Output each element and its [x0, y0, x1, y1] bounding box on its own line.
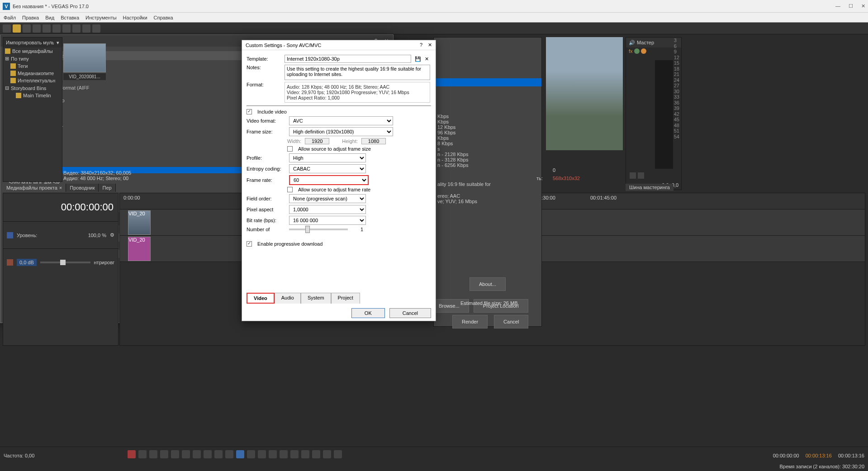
tb-new-icon[interactable] — [3, 24, 11, 33]
collapse-icon[interactable]: ⊟ — [5, 85, 9, 91]
notes-textarea[interactable] — [285, 65, 430, 80]
master-bus-tab[interactable]: Шина мастеринга — [626, 184, 674, 191]
meter-btn2-icon[interactable] — [638, 172, 644, 179]
pixel-aspect-select[interactable]: 1,0000 — [289, 205, 366, 214]
bus-icon[interactable] — [641, 48, 646, 54]
snap-icon[interactable] — [290, 450, 299, 458]
zoom-icon[interactable] — [269, 450, 277, 458]
tab-explorer[interactable]: Проводник — [66, 184, 99, 192]
about-button[interactable]: About... — [470, 277, 506, 291]
delete-template-icon[interactable]: ✕ — [425, 56, 429, 62]
rate-item[interactable]: Kbps — [437, 114, 538, 119]
tree-storyboard[interactable]: ⊟Storyboard Bins — [3, 84, 62, 92]
stop-icon[interactable] — [182, 450, 190, 458]
width-input[interactable] — [305, 138, 329, 144]
menu-file[interactable]: Файл — [4, 15, 16, 20]
minimize-icon[interactable]: — — [835, 3, 840, 9]
dropdown-icon[interactable]: ▾ — [57, 40, 59, 46]
go-end-icon[interactable] — [204, 450, 212, 458]
bit-rate-select[interactable]: 16 000 000 — [289, 216, 366, 225]
allow-source-size-checkbox[interactable] — [287, 146, 293, 152]
rate-item[interactable]: n - 6256 Kbps — [437, 162, 538, 168]
loop-icon[interactable] — [138, 450, 147, 458]
tb-render-icon[interactable] — [33, 24, 41, 33]
rate-item[interactable]: Kbps — [437, 135, 538, 141]
tab-audio[interactable]: Audio — [275, 293, 301, 304]
video-clip[interactable]: VID_20 — [128, 210, 151, 235]
ok-button[interactable]: OK — [351, 308, 385, 318]
rate-item[interactable]: 8 Kbps — [437, 141, 538, 146]
profile-select[interactable]: High — [289, 153, 366, 162]
menu-settings[interactable]: Настройки — [123, 15, 147, 20]
tb-undo-icon[interactable] — [82, 24, 90, 33]
allow-source-rate-checkbox[interactable] — [287, 187, 293, 192]
help-icon[interactable]: ? — [420, 42, 422, 48]
meter-btn1-icon[interactable] — [630, 172, 636, 179]
tab-project-media[interactable]: Медиафайлы проекта× — [3, 184, 66, 192]
tb-redo-icon[interactable] — [92, 24, 100, 33]
progressive-download-checkbox[interactable] — [247, 241, 252, 247]
tree-smart[interactable]: Интеллектуальн — [3, 77, 62, 84]
number-of-slider[interactable] — [289, 228, 348, 230]
ripple-icon[interactable] — [312, 450, 320, 458]
field-order-select[interactable]: None (progressive scan) — [289, 194, 366, 203]
rate-item[interactable]: n - 2128 Kbps — [437, 152, 538, 157]
tb-copy-icon[interactable] — [62, 24, 71, 33]
maximize-icon[interactable]: ☐ — [849, 3, 853, 9]
insert-fx-icon[interactable] — [634, 48, 640, 54]
menu-insert[interactable]: Вставка — [61, 15, 79, 20]
rate-item[interactable]: 96 Kbps — [437, 130, 538, 135]
tb-cut-icon[interactable] — [52, 24, 61, 33]
volume-slider[interactable] — [40, 262, 90, 263]
close-icon[interactable]: ✕ — [861, 3, 865, 9]
tb-props-icon[interactable] — [43, 24, 51, 33]
tree-main-timeline[interactable]: Main Timelin — [3, 92, 62, 99]
tree-by-type[interactable]: ⊞По типу — [3, 55, 62, 62]
cancel-button[interactable]: Cancel — [389, 308, 431, 318]
tab-transitions[interactable]: Пер — [99, 184, 115, 192]
tb-paste-icon[interactable] — [72, 24, 81, 33]
track-audio-icon[interactable] — [7, 259, 13, 266]
prev-frame-icon[interactable] — [214, 450, 223, 458]
play-icon[interactable] — [160, 450, 168, 458]
expand-icon[interactable]: ⊞ — [5, 56, 9, 62]
record-icon[interactable] — [128, 450, 136, 458]
menu-edit[interactable]: Правка — [22, 15, 39, 20]
tree-storage[interactable]: Медианакопите — [3, 70, 62, 77]
rate-item[interactable]: 12 Kbps — [437, 124, 538, 130]
frame-rate-select[interactable]: 60 — [289, 175, 369, 185]
menu-view[interactable]: Вид — [45, 15, 54, 20]
tab-video[interactable]: Video — [247, 293, 275, 304]
pause-icon[interactable] — [171, 450, 179, 458]
go-start-icon[interactable] — [193, 450, 201, 458]
menu-tools[interactable]: Инструменты — [85, 15, 117, 20]
tab-close-icon[interactable]: × — [59, 185, 62, 190]
media-thumbnail[interactable] — [63, 43, 106, 72]
height-input[interactable] — [361, 138, 386, 144]
render-button[interactable]: Render — [452, 315, 488, 328]
marker-icon[interactable] — [301, 450, 309, 458]
autocross-icon[interactable] — [323, 450, 331, 458]
tab-project[interactable]: Project — [331, 293, 360, 304]
dialog-close-icon[interactable]: ✕ — [428, 42, 432, 48]
tb-save-icon[interactable] — [23, 24, 31, 33]
play-start-icon[interactable] — [149, 450, 157, 458]
save-template-icon[interactable]: 💾 — [415, 56, 421, 62]
track-video-icon[interactable] — [7, 232, 13, 238]
fx-icon[interactable]: fx — [629, 48, 633, 54]
menu-help[interactable]: Справка — [154, 15, 173, 20]
cancel-render-button[interactable]: Cancel — [494, 315, 528, 328]
rate-item[interactable]: Kbps — [437, 119, 538, 124]
import-media-label[interactable]: Импортировать мультимедиа... — [6, 40, 54, 45]
select-icon[interactable] — [258, 450, 266, 458]
rate-item[interactable]: s — [437, 146, 538, 152]
next-frame-icon[interactable] — [225, 450, 233, 458]
entropy-select[interactable]: CABAC — [289, 164, 366, 173]
track-fx-icon[interactable]: ⚙ — [110, 232, 114, 238]
split-icon[interactable] — [280, 450, 288, 458]
normal-edit-icon[interactable] — [236, 450, 244, 458]
template-select[interactable] — [285, 55, 411, 63]
include-video-checkbox[interactable] — [247, 109, 252, 114]
tb-open-icon[interactable] — [13, 24, 21, 33]
tab-system[interactable]: System — [301, 293, 331, 304]
